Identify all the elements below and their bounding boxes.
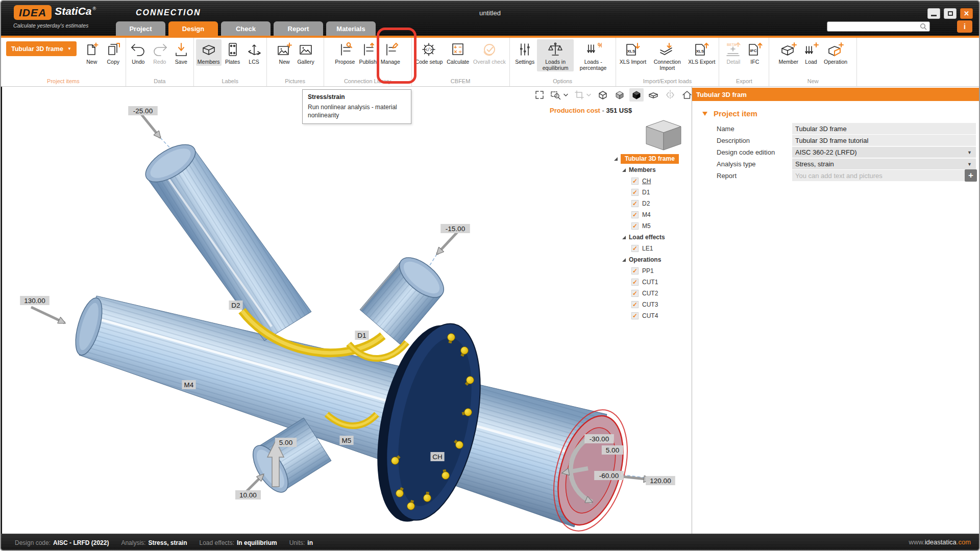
tree-item-label[interactable]: CUT2 — [642, 290, 658, 297]
name-field[interactable]: Tubular 3D frame — [792, 123, 976, 134]
ribbon-button-propose[interactable]: Propose — [333, 39, 356, 66]
description-field[interactable]: Tubular 3D frame tutorial — [792, 135, 976, 146]
section-project-item[interactable]: Project item — [702, 109, 979, 118]
close-button[interactable]: ✕ — [960, 8, 973, 19]
tab-design[interactable]: Design — [168, 21, 218, 36]
ribbon-button-ifc[interactable]: IFCIFC — [745, 39, 765, 66]
tab-materials[interactable]: Materials — [326, 21, 376, 36]
design-code-edition-dropdown[interactable]: AISC 360-22 (LRFD)▼ — [792, 146, 976, 158]
ribbon-button-save[interactable]: Save — [171, 39, 191, 66]
ribbon-button-gallery[interactable]: Gallery — [296, 39, 316, 66]
tree-item-label[interactable]: M5 — [642, 222, 651, 230]
ribbon-button-plates[interactable]: Plates — [223, 39, 243, 66]
tree-item-label[interactable]: CUT3 — [642, 301, 658, 308]
info-button[interactable]: i — [957, 20, 972, 33]
ribbon-button-xls-import[interactable]: XLSXLS Import — [618, 39, 648, 66]
checkbox[interactable]: ✓ — [631, 211, 639, 218]
chevron-down-icon[interactable] — [563, 90, 569, 99]
search-input[interactable] — [830, 22, 920, 31]
cube-shaded-icon[interactable] — [612, 88, 627, 102]
cube-open-icon[interactable] — [646, 88, 660, 102]
ribbon-button-new[interactable]: New — [82, 39, 102, 66]
tab-check[interactable]: Check — [221, 21, 271, 36]
chevron-down-icon[interactable] — [586, 90, 592, 99]
3d-viewport[interactable]: -25.00-15.00130.005.0010.00-30.005.00-60… — [2, 87, 692, 534]
add-report-content-button[interactable]: + — [965, 169, 977, 182]
collapse-triangle-icon[interactable] — [702, 112, 707, 116]
chevron-down-icon[interactable]: ▼ — [967, 162, 972, 167]
ribbon-button-loads-percentage[interactable]: %Loads - percentage — [575, 39, 611, 71]
tree-item-label[interactable]: D2 — [642, 200, 650, 207]
ribbon-button-lcs[interactable]: LCS — [244, 39, 264, 66]
ribbon-button-settings[interactable]: Settings — [513, 39, 536, 66]
report-field[interactable]: You can add text and pictures+ — [792, 170, 976, 181]
tree-section-load-effects[interactable]: Load effects — [614, 232, 691, 243]
checkbox[interactable]: ✓ — [631, 200, 639, 207]
checkbox[interactable]: ✓ — [631, 279, 639, 286]
tree-item-label[interactable]: M4 — [642, 211, 651, 218]
checkbox[interactable]: ✓ — [631, 267, 639, 274]
ribbon-button-xls-export[interactable]: XLSXLS Export — [687, 39, 717, 66]
search-box[interactable] — [827, 21, 930, 32]
tree-item-label[interactable]: D1 — [642, 189, 650, 196]
tree-item-pp1[interactable]: ✓PP1 — [614, 265, 691, 277]
ribbon-button-calculate[interactable]: + −× ÷Calculate — [445, 39, 471, 66]
checkbox[interactable]: ✓ — [631, 312, 639, 319]
tree-section-members[interactable]: Members — [614, 164, 691, 176]
view-orientation-cube[interactable] — [646, 120, 681, 150]
ribbon-button-members[interactable]: Members — [196, 39, 222, 66]
tree-item-m4[interactable]: ✓M4 — [614, 209, 691, 220]
tree-root-label[interactable]: Tubular 3D frame — [621, 154, 679, 164]
tree-item-d1[interactable]: ✓D1 — [614, 187, 691, 198]
ribbon-button-connection-import[interactable]: Connection Import — [649, 39, 685, 71]
checkbox[interactable]: ✓ — [631, 290, 639, 297]
tree-item-label[interactable]: CUT4 — [642, 312, 658, 319]
tree-item-label[interactable]: CH — [642, 178, 651, 185]
ribbon-button-new[interactable]: New — [274, 39, 295, 66]
svg-text:XLS: XLS — [627, 49, 635, 54]
checkbox[interactable]: ✓ — [631, 222, 639, 230]
tree-item-label[interactable]: CUT1 — [642, 279, 658, 286]
ribbon-button-load[interactable]: Load — [801, 39, 821, 66]
tab-report[interactable]: Report — [274, 21, 323, 36]
ribbon-button-operation[interactable]: Operation — [822, 39, 849, 66]
tree-root[interactable]: Tubular 3D frame — [614, 153, 691, 164]
member-tube-d2[interactable] — [140, 137, 311, 341]
ribbon-button-loads-in-equilibrium[interactable]: Loads in equilibrium — [537, 39, 574, 71]
cube-wireframe-icon[interactable] — [596, 88, 610, 102]
ribbon-button-member[interactable]: Member — [777, 39, 800, 66]
tree-item-cut2[interactable]: ✓CUT2 — [614, 288, 691, 299]
flange-plate[interactable] — [361, 315, 496, 530]
fit-view-icon[interactable] — [533, 89, 546, 101]
tree-item-cut4[interactable]: ✓CUT4 — [614, 310, 691, 321]
checkbox[interactable]: ✓ — [631, 301, 639, 308]
tree-item-cut1[interactable]: ✓CUT1 — [614, 277, 691, 288]
tree-item-cut3[interactable]: ✓CUT3 — [614, 299, 691, 310]
tree-item-m5[interactable]: ✓M5 — [614, 220, 691, 232]
chevron-down-icon[interactable]: ▼ — [967, 150, 972, 155]
tree-item-label[interactable]: PP1 — [642, 267, 654, 274]
tab-project[interactable]: Project — [116, 21, 165, 36]
checkbox[interactable]: ✓ — [631, 245, 639, 252]
tree-item-d2[interactable]: ✓D2 — [614, 198, 691, 209]
analysis-type-dropdown[interactable]: Stress, strain▼ — [792, 158, 976, 169]
tree-section-operations[interactable]: Operations — [614, 254, 691, 265]
zoom-window-icon[interactable] — [549, 89, 570, 101]
tree-item-label[interactable]: LE1 — [642, 245, 653, 252]
ribbon-button-code-setup[interactable]: </>Code setup — [414, 39, 445, 66]
project-item-selector[interactable]: Tubular 3D frame▼ — [6, 41, 77, 56]
ribbon-button-publish[interactable]: Publish — [357, 39, 378, 66]
member-tube-chord[interactable] — [70, 295, 607, 527]
tree-item-ch[interactable]: ✓CH — [614, 176, 691, 187]
minimize-button[interactable] — [927, 8, 940, 19]
checkbox[interactable]: ✓ — [631, 189, 639, 196]
maximize-button[interactable] — [944, 8, 957, 19]
home-icon[interactable] — [680, 88, 694, 102]
ribbon-button-manage[interactable]: Manage — [379, 39, 402, 66]
tree-item-le1[interactable]: ✓LE1 — [614, 243, 691, 254]
cube-solid-icon[interactable] — [629, 88, 644, 102]
checkbox[interactable]: ✓ — [631, 178, 639, 185]
website-link[interactable]: www.ideastatica.com — [909, 538, 971, 546]
ribbon-button-copy[interactable]: Copy — [103, 39, 124, 66]
ribbon-button-undo[interactable]: Undo — [128, 39, 149, 66]
